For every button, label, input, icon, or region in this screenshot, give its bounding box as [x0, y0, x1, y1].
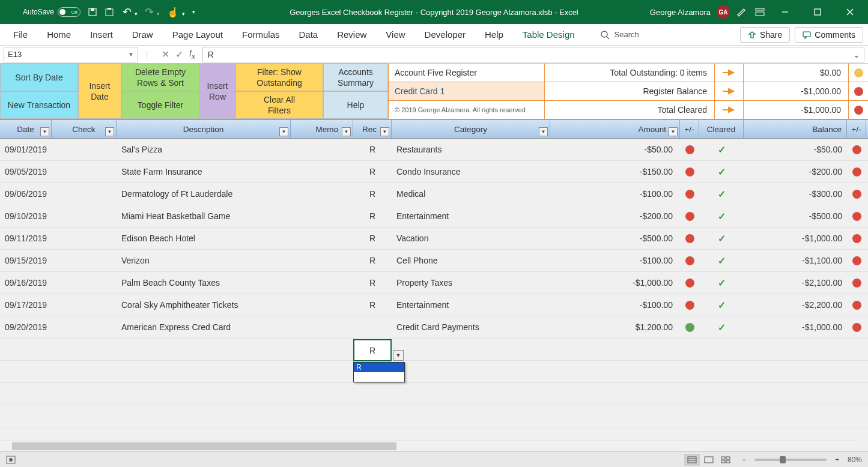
cell-category[interactable]: Property Taxes — [392, 278, 550, 288]
cell-amount[interactable]: -$50.00 — [550, 145, 680, 154]
tab-formulas[interactable]: Formulas — [234, 24, 288, 45]
cell-rec[interactable]: R — [353, 234, 392, 243]
insert-row-button[interactable]: Insert Row — [199, 64, 235, 119]
tab-review[interactable]: Review — [329, 24, 375, 45]
cell-amount[interactable]: -$150.00 — [550, 167, 680, 176]
sort-by-date-button[interactable]: Sort By Date — [0, 64, 78, 91]
cell-rec[interactable]: R — [353, 300, 392, 310]
zoom-out-icon[interactable]: − — [742, 456, 746, 464]
close-button[interactable] — [837, 0, 863, 24]
cell-date[interactable]: 09/06/2019 — [0, 189, 52, 199]
insert-date-button[interactable]: Insert Date — [78, 64, 121, 119]
zoom-slider[interactable] — [754, 459, 827, 461]
table-row[interactable]: 09/10/2019 Miami Heat Basketball Game R … — [0, 205, 868, 227]
cell-amount[interactable]: -$1,000.00 — [550, 278, 680, 288]
dropdown-toggle-icon[interactable]: ▼ — [393, 350, 404, 361]
filter-icon[interactable]: ▼ — [539, 127, 548, 136]
share-button[interactable]: Share — [740, 27, 790, 43]
undo-button[interactable]: ↶ ▾ — [123, 5, 138, 19]
enter-formula-icon[interactable]: ✓ — [175, 49, 183, 60]
comments-button[interactable]: Comments — [795, 27, 863, 43]
table-row[interactable]: 09/17/2019 Coral Sky Amphitheater Ticket… — [0, 294, 868, 316]
formula-input[interactable]: R ⌄ — [202, 47, 864, 62]
delete-empty-rows-button[interactable]: Delete Empty Rows & Sort — [121, 64, 199, 91]
cell-rec[interactable]: R — [353, 145, 392, 154]
cell-cleared[interactable]: ✓ — [699, 277, 744, 289]
cell-category[interactable]: Restaurants — [392, 145, 550, 154]
cell-cleared[interactable]: ✓ — [699, 322, 744, 333]
cell-amount[interactable]: -$100.00 — [550, 189, 680, 199]
qat-customize-icon[interactable]: ▾ — [192, 9, 195, 15]
empty-row[interactable] — [0, 339, 868, 361]
redo-button[interactable]: ↷ ▾ — [145, 5, 160, 19]
cell-category[interactable]: Credit Card Payments — [392, 322, 550, 332]
cell-cleared[interactable]: ✓ — [699, 144, 744, 155]
cell-description[interactable]: Miami Heat Basketball Game — [117, 211, 291, 221]
cell-rec[interactable]: R — [353, 167, 392, 176]
autosave-toggle[interactable]: AutoSave Off — [23, 7, 80, 17]
tab-home[interactable]: Home — [38, 24, 79, 45]
cell-description[interactable]: Coral Sky Amphitheater Tickets — [117, 300, 291, 310]
cell-date[interactable]: 09/01/2019 — [0, 145, 52, 154]
table-row[interactable]: 09/06/2019 Dermatology of Ft Lauderdale … — [0, 183, 868, 205]
cell-category[interactable]: Entertainment — [392, 300, 550, 310]
cell-description[interactable]: Dermatology of Ft Lauderdale — [117, 189, 291, 199]
cell-cleared[interactable]: ✓ — [699, 233, 744, 244]
cell-date[interactable]: 09/11/2019 — [0, 234, 52, 243]
tell-me-search[interactable]: Search — [600, 30, 639, 40]
touch-mode-icon[interactable]: ☝ ▾ — [167, 7, 184, 18]
cell-rec[interactable]: R — [353, 256, 392, 265]
active-cell[interactable]: R — [353, 339, 392, 361]
filter-show-outstanding-button[interactable]: Filter: Show Outstanding — [235, 64, 323, 91]
cell-category[interactable]: Medical — [392, 189, 550, 199]
cell-description[interactable]: Edison Beach Hotel — [117, 234, 291, 243]
validation-dropdown[interactable]: R — [353, 362, 405, 382]
cell-cleared[interactable]: ✓ — [699, 255, 744, 267]
cell-date[interactable]: 09/10/2019 — [0, 211, 52, 221]
cell-amount[interactable]: -$100.00 — [550, 256, 680, 265]
cell-date[interactable]: 09/17/2019 — [0, 300, 52, 310]
cell-cleared[interactable]: ✓ — [699, 166, 744, 178]
cell-category[interactable]: Condo Insurance — [392, 167, 550, 176]
normal-view-icon[interactable] — [684, 454, 700, 466]
cell-description[interactable]: Verizon — [117, 256, 291, 265]
tab-file[interactable]: File — [5, 24, 36, 45]
cell-description[interactable]: American Express Cred Card — [117, 322, 291, 332]
table-row[interactable]: 09/05/2019 State Farm Insurance R Condo … — [0, 161, 868, 183]
tab-help[interactable]: Help — [476, 24, 512, 45]
filter-icon[interactable]: ▼ — [342, 127, 351, 136]
cell-category[interactable]: Vacation — [392, 234, 550, 243]
clear-all-filters-button[interactable]: Clear All Filters — [235, 91, 323, 119]
cell-rec[interactable]: R — [353, 211, 392, 221]
page-layout-view-icon[interactable] — [701, 454, 717, 466]
cell-description[interactable]: State Farm Insurance — [117, 167, 291, 176]
zoom-in-icon[interactable]: + — [835, 456, 839, 464]
table-row[interactable]: 09/01/2019 Sal's Pizza R Restaurants -$5… — [0, 139, 868, 161]
name-box-dropdown-icon[interactable]: ▼ — [128, 51, 134, 58]
cell-category[interactable]: Entertainment — [392, 211, 550, 221]
page-break-view-icon[interactable] — [718, 454, 733, 466]
cell-category[interactable]: Cell Phone — [392, 256, 550, 265]
accounts-summary-button[interactable]: Accounts Summary — [323, 64, 388, 91]
cell-rec[interactable]: R — [353, 278, 392, 288]
filter-icon[interactable]: ▼ — [380, 127, 389, 136]
zoom-level[interactable]: 80% — [848, 456, 862, 464]
user-avatar[interactable]: GA — [717, 5, 730, 19]
empty-row[interactable] — [0, 383, 868, 405]
tab-insert[interactable]: Insert — [82, 24, 121, 45]
expand-formula-icon[interactable]: ⌄ — [853, 50, 860, 59]
empty-row[interactable] — [0, 405, 868, 427]
table-row[interactable]: 09/11/2019 Edison Beach Hotel R Vacation… — [0, 227, 868, 250]
cell-amount[interactable]: -$500.00 — [550, 234, 680, 243]
tab-draw[interactable]: Draw — [124, 24, 162, 45]
filter-icon[interactable]: ▼ — [279, 127, 288, 136]
save-icon[interactable] — [88, 7, 97, 17]
cell-date[interactable]: 09/15/2019 — [0, 256, 52, 265]
autosave-switch[interactable]: Off — [58, 7, 80, 17]
cell-cleared[interactable]: ✓ — [699, 188, 744, 200]
record-macro-icon[interactable] — [6, 456, 16, 464]
dropdown-option[interactable]: R — [354, 363, 404, 372]
cell-date[interactable]: 09/05/2019 — [0, 167, 52, 176]
cancel-formula-icon[interactable]: ✕ — [162, 49, 169, 60]
cell-cleared[interactable]: ✓ — [699, 300, 744, 311]
